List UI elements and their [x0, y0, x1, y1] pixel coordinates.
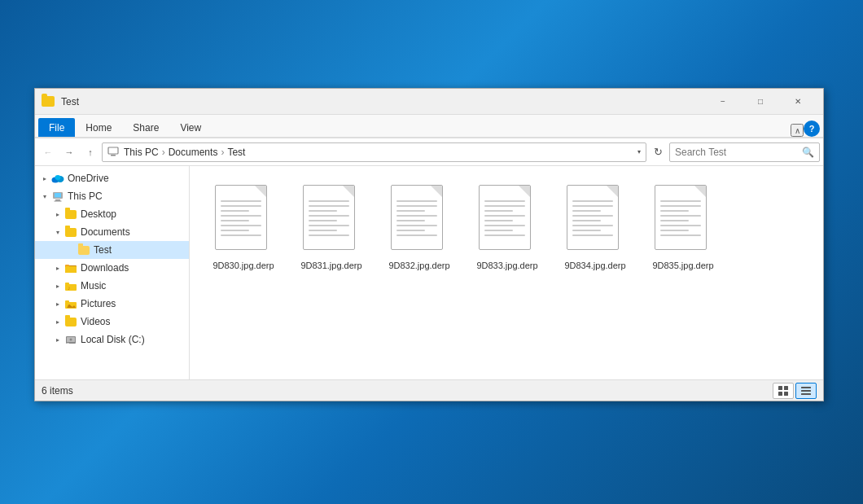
document-icon: [303, 185, 355, 250]
sidebar-item-test[interactable]: Test: [35, 241, 189, 259]
ribbon-tabs: File Home Share View ∧ ?: [35, 115, 823, 138]
file-thumbnail: [215, 185, 272, 256]
file-item[interactable]: 9D832.jpg.derp: [379, 179, 460, 277]
doc-line: [572, 220, 601, 221]
expand-desktop-icon[interactable]: [51, 208, 64, 221]
minimize-button[interactable]: −: [704, 89, 742, 115]
path-dropdown-arrow[interactable]: ▾: [637, 148, 641, 156]
sidebar-item-this-pc[interactable]: This PC: [35, 187, 189, 205]
grid-view-button[interactable]: [773, 383, 794, 399]
doc-line: [572, 225, 613, 226]
sidebar-item-downloads[interactable]: Downloads: [35, 259, 189, 277]
sidebar-item-documents[interactable]: Documents: [35, 223, 189, 241]
back-button[interactable]: ←: [38, 142, 58, 162]
forward-button[interactable]: →: [59, 142, 79, 162]
doc-lines: [396, 200, 437, 236]
file-item[interactable]: 9D830.jpg.derp: [203, 179, 284, 277]
tab-share[interactable]: Share: [122, 118, 169, 137]
sidebar-item-pictures[interactable]: Pictures: [35, 295, 189, 313]
refresh-button[interactable]: ↻: [648, 142, 668, 162]
expand-this-pc-icon[interactable]: [38, 190, 51, 203]
svg-rect-7: [55, 199, 60, 201]
help-button[interactable]: ?: [804, 121, 820, 137]
sidebar-label-downloads: Downloads: [81, 262, 129, 274]
document-icon: [655, 185, 707, 250]
file-item[interactable]: 9D833.jpg.derp: [467, 179, 548, 277]
svg-rect-17: [65, 300, 69, 303]
expand-onedrive-icon[interactable]: [38, 172, 51, 185]
desktop-folder-icon: [64, 208, 77, 221]
expand-music-icon[interactable]: [51, 279, 64, 292]
doc-lines: [221, 200, 261, 236]
expand-local-disk-icon[interactable]: [51, 333, 64, 346]
doc-line: [396, 200, 437, 202]
expand-documents-icon[interactable]: [51, 226, 64, 239]
expand-downloads-icon[interactable]: [51, 261, 64, 274]
file-item[interactable]: 9D834.jpg.derp: [554, 179, 636, 277]
doc-line: [221, 205, 261, 207]
test-folder-icon: [77, 243, 90, 256]
file-item[interactable]: 9D831.jpg.derp: [291, 179, 372, 277]
expand-videos-icon[interactable]: [51, 315, 64, 328]
doc-line: [660, 215, 701, 217]
svg-rect-22: [67, 343, 69, 344]
doc-line: [396, 210, 425, 212]
doc-line: [396, 230, 425, 231]
this-pc-icon: [51, 190, 64, 203]
file-name: 9D830.jpg.derp: [212, 260, 274, 271]
doc-line: [396, 234, 437, 236]
tab-file[interactable]: File: [38, 118, 75, 137]
list-view-icon: [800, 385, 812, 397]
close-button[interactable]: ✕: [779, 89, 817, 115]
search-input[interactable]: [675, 147, 802, 158]
status-count: 6 items: [42, 385, 773, 397]
file-thumbnail: [391, 185, 448, 256]
doc-line: [221, 230, 249, 231]
search-box[interactable]: 🔍: [669, 142, 820, 162]
window-folder-icon: [42, 96, 55, 107]
expand-pictures-icon[interactable]: [51, 297, 64, 310]
file-thumbnail: [303, 185, 360, 256]
doc-line: [309, 215, 349, 217]
sidebar-label-desktop: Desktop: [81, 208, 116, 220]
doc-line: [309, 225, 349, 226]
sidebar: OneDrive This PC: [35, 166, 190, 379]
maximize-button[interactable]: □: [742, 89, 779, 115]
sidebar-item-videos[interactable]: Videos: [35, 313, 189, 331]
svg-rect-11: [65, 265, 69, 266]
list-view-button[interactable]: [795, 383, 817, 399]
grid-view-icon: [778, 385, 789, 397]
doc-line: [484, 225, 525, 226]
view-buttons: [773, 383, 817, 399]
doc-lines: [309, 200, 349, 236]
tab-home[interactable]: Home: [75, 118, 122, 137]
search-icon[interactable]: 🔍: [802, 147, 814, 158]
svg-rect-0: [108, 147, 118, 154]
videos-folder-icon: [64, 315, 77, 328]
sidebar-item-music[interactable]: ♪ Music: [35, 277, 189, 295]
ribbon-collapse-button[interactable]: ∧: [791, 124, 804, 137]
doc-line: [396, 220, 425, 221]
doc-line: [221, 220, 249, 221]
explorer-window: Test − □ ✕ File Home Share View ∧ ? ← → …: [34, 88, 824, 401]
address-path[interactable]: This PC › Documents › Test ▾: [102, 142, 646, 162]
title-bar-icons: [42, 96, 55, 107]
file-item[interactable]: 9D835.jpg.derp: [642, 179, 724, 277]
file-name: 9D831.jpg.derp: [300, 260, 361, 271]
doc-line: [221, 225, 261, 226]
doc-line: [572, 215, 613, 217]
sidebar-label-documents: Documents: [81, 226, 130, 238]
status-bar: 6 items: [35, 379, 823, 401]
tab-view[interactable]: View: [169, 118, 212, 137]
file-name: 9D832.jpg.derp: [388, 260, 449, 271]
doc-line: [309, 210, 337, 212]
ribbon: File Home Share View ∧ ?: [35, 115, 823, 138]
sidebar-item-desktop[interactable]: Desktop: [35, 205, 189, 223]
svg-rect-24: [784, 386, 788, 390]
svg-point-4: [55, 175, 61, 180]
documents-folder-icon: [64, 226, 77, 239]
sidebar-item-local-disk[interactable]: Local Disk (C:): [35, 331, 189, 348]
up-button[interactable]: ↑: [81, 142, 100, 162]
sidebar-item-onedrive[interactable]: OneDrive: [35, 169, 189, 187]
doc-line: [221, 210, 249, 212]
